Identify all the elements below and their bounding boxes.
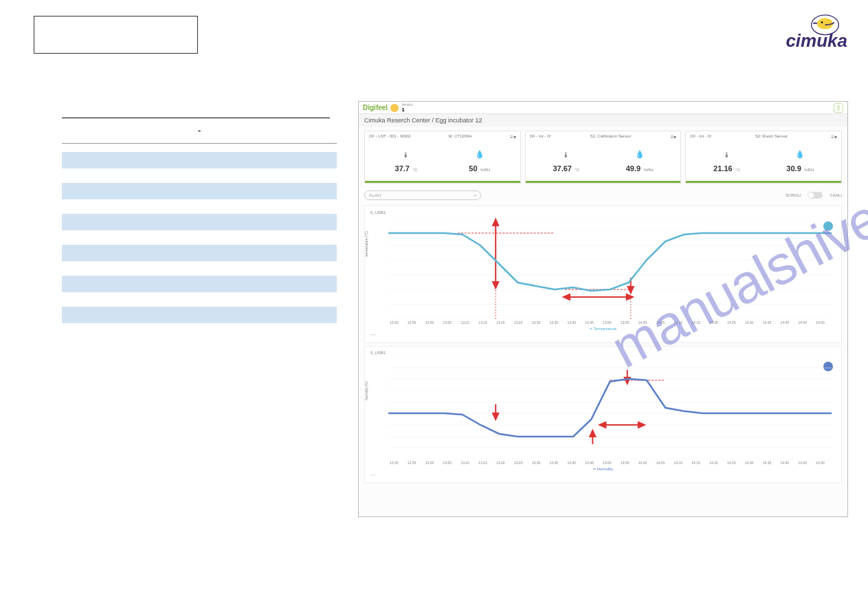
droplet-icon: 💧: [626, 150, 654, 159]
svg-point-2: [821, 21, 823, 23]
thermometer-icon: 🌡: [713, 151, 740, 159]
status-bar: [526, 181, 681, 183]
chart-title: 0_USB1: [368, 349, 838, 356]
app-brand: Digifeel: [363, 104, 388, 111]
svg-point-3: [837, 105, 839, 107]
droplet-icon: 💧: [786, 150, 814, 159]
zoom-control-icon[interactable]: 〰: [368, 331, 838, 340]
svg-marker-17: [493, 219, 498, 226]
thermometer-icon: 🌡: [553, 151, 579, 159]
section-underline: [62, 117, 330, 118]
humidity-plot: 100908070605040302010: [388, 356, 832, 459]
hum-value: 49.9: [626, 164, 641, 173]
card-menu-icon[interactable]: ≡▾: [671, 134, 677, 140]
toggle-label-right: CANLI: [830, 193, 842, 197]
droplet-icon: 💧: [469, 150, 490, 159]
sensor-card-1: DF - LNT - 001 - M302 M: CT1200H ≡▾ 🌡 37…: [364, 131, 521, 184]
svg-marker-46: [590, 430, 595, 437]
card-id: DF - Int - IX: [530, 134, 551, 140]
channel-dropdown[interactable]: ILLch1 +: [364, 190, 481, 200]
svg-marker-20: [628, 287, 634, 293]
table-row: [62, 307, 337, 323]
left-column: -: [62, 117, 337, 338]
app-header: Digifeel Version 1: [359, 102, 847, 114]
divider: [62, 143, 337, 144]
user-icon[interactable]: [834, 103, 843, 113]
temperature-plot: 4038363432302826: [388, 216, 832, 319]
svg-marker-44: [493, 413, 498, 419]
brand-logo: cimuka: [751, 14, 847, 52]
brand-text: cimuka: [786, 30, 847, 52]
hum-value: 30.9: [786, 164, 801, 173]
svg-marker-23: [627, 294, 633, 300]
temperature-chart: 0_USB1 temperature (°C): [364, 206, 842, 343]
zoom-control-icon[interactable]: 〰: [368, 471, 838, 480]
hum-value: 50: [469, 164, 477, 173]
temp-value: 37.67: [553, 164, 572, 173]
card-menu-icon[interactable]: ≡▾: [510, 134, 516, 140]
card-model: S1: Calibration Sensor: [590, 134, 632, 140]
toggle-label-left: SORGU: [786, 193, 801, 197]
temp-value: 21.16: [713, 164, 733, 173]
card-model: M: CT1200H: [449, 134, 472, 140]
card-id: DF - LNT - 001 - M302: [369, 134, 410, 140]
controls-row: ILLch1 + SORGU CANLI: [359, 188, 847, 203]
plus-icon[interactable]: +: [474, 193, 476, 197]
version-label: Version 1: [401, 103, 413, 113]
svg-marker-18: [493, 282, 498, 288]
chart-legend: ━ Humidity: [368, 466, 838, 471]
status-bar: [365, 181, 520, 183]
status-bar: [686, 181, 841, 183]
sensor-card-3: DF - Int - IX S2: Room Sensor ≡▾ 🌡 21.16…: [685, 131, 842, 184]
x-axis-ticks: 12:5012:5513:0013:0513:1013:1513:2013:25…: [368, 459, 838, 465]
dash-marker: -: [62, 125, 337, 136]
cards-row: DF - LNT - 001 - M302 M: CT1200H ≡▾ 🌡 37…: [359, 127, 847, 188]
version-badge-icon: [390, 104, 399, 112]
temp-value: 37.7: [395, 164, 410, 173]
empty-outline-box: [34, 16, 198, 54]
card-id: DF - Int - IX: [690, 134, 711, 140]
svg-marker-22: [564, 294, 570, 300]
y-axis-label: temperature (°C): [364, 231, 368, 256]
breadcrumb[interactable]: Cimuka Reserch Center / Egg incubator 12: [359, 114, 847, 127]
embedded-screenshot: Digifeel Version 1 Cimuka Reserch Center…: [358, 101, 848, 517]
chart-legend: ━ Temperature: [368, 326, 838, 331]
thermometer-icon: 🌡: [395, 151, 418, 159]
chart-title: 0_USB1: [368, 209, 838, 216]
svg-marker-50: [599, 422, 605, 428]
x-axis-ticks: 12:5012:5513:0013:0513:1013:1513:2013:25…: [368, 319, 838, 325]
table-row: [62, 152, 337, 168]
table-row: [62, 276, 337, 292]
live-toggle[interactable]: [808, 192, 823, 199]
svg-marker-51: [638, 422, 645, 428]
table-row: [62, 214, 337, 230]
card-menu-icon[interactable]: ≡▾: [831, 134, 837, 140]
table-row: [62, 245, 337, 261]
humidity-chart: 0_USB1 humidity (%): [364, 346, 842, 483]
sensor-card-2: DF - Int - IX S1: Calibration Sensor ≡▾ …: [525, 131, 682, 184]
y-axis-label: humidity (%): [364, 381, 368, 400]
table-row: [62, 183, 337, 199]
card-model: S2: Room Sensor: [755, 134, 788, 140]
